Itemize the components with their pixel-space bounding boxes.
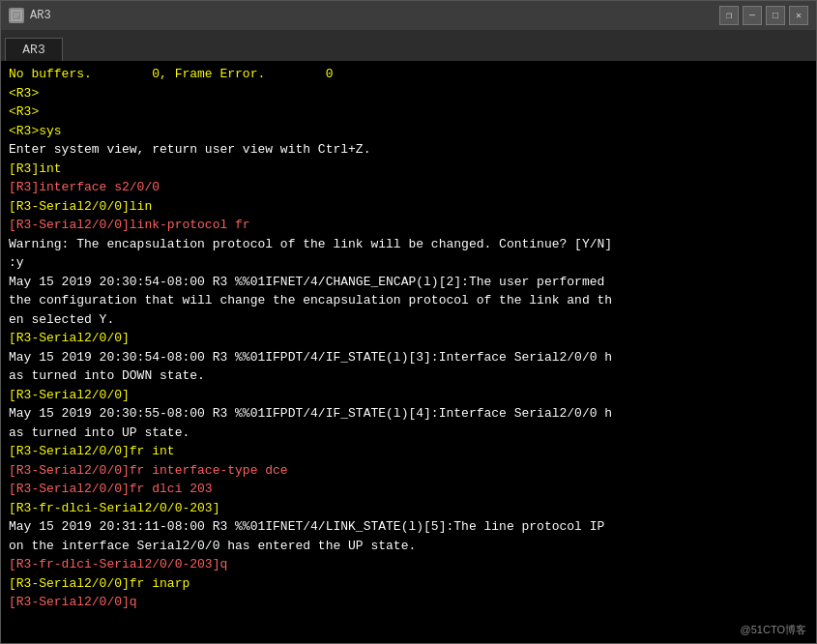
terminal-line: No buffers. 0, Frame Error. 0 — [9, 65, 808, 84]
restore-button[interactable]: ❐ — [719, 6, 739, 25]
terminal-line: [R3-Serial2/0/0]q — [9, 593, 808, 612]
window-frame: AR3 ❐ ─ □ ✕ AR3 No buffers. 0, Frame Err… — [0, 0, 817, 644]
terminal-line: as turned into DOWN state. — [9, 366, 808, 386]
terminal-line: [R3-Serial2/0/0]link-protocol fr — [9, 216, 808, 235]
terminal-line: as turned into UP state. — [9, 424, 808, 443]
terminal-line: <R3> — [9, 84, 808, 103]
terminal-line: en selected Y. — [9, 310, 808, 330]
terminal-line: May 15 2019 20:31:11-08:00 R3 %%01IFNET/… — [9, 517, 808, 537]
terminal-container: No buffers. 0, Frame Error. 0<R3><R3><R3… — [1, 61, 816, 643]
terminal-line: [R3-Serial2/0/0]fr dlci 203 — [9, 480, 808, 499]
app-icon — [9, 8, 24, 23]
terminal-line: Enter system view, return user view with… — [9, 140, 808, 160]
watermark: @51CTO博客 — [741, 623, 806, 637]
terminal-line: May 15 2019 20:30:54-08:00 R3 %%01IFPDT/… — [9, 348, 808, 367]
terminal-line: [R3-Serial2/0/0]lin — [9, 197, 808, 217]
terminal-output[interactable]: No buffers. 0, Frame Error. 0<R3><R3><R3… — [1, 61, 816, 643]
window-title: AR3 — [30, 9, 51, 22]
maximize-button[interactable]: □ — [766, 6, 785, 25]
terminal-line: [R3-Serial2/0/0]fr interface-type dce — [9, 461, 808, 481]
terminal-line: Warning: The encapsulation protocol of t… — [9, 235, 808, 254]
tab-bar: AR3 — [1, 30, 816, 61]
title-bar-controls: ❐ ─ □ ✕ — [719, 6, 808, 25]
terminal-line: [R3-Serial2/0/0] — [9, 386, 808, 405]
terminal-line: [R3]interface s2/0/0 — [9, 178, 808, 197]
terminal-line: the configuration that will change the e… — [9, 291, 808, 310]
terminal-line: :y — [9, 253, 808, 273]
terminal-line: <R3>sys — [9, 122, 808, 141]
terminal-line: May 15 2019 20:30:54-08:00 R3 %%01IFNET/… — [9, 273, 808, 292]
minimize-button[interactable]: ─ — [743, 6, 762, 25]
terminal-line: [R3-fr-dlci-Serial2/0/0-203]q — [9, 555, 808, 574]
terminal-line: [R3-Serial2/0/0]fr int — [9, 442, 808, 461]
close-button[interactable]: ✕ — [789, 6, 808, 25]
terminal-line: [R3-Serial2/0/0] — [9, 329, 808, 348]
title-bar-left: AR3 — [9, 8, 51, 23]
terminal-line: May 15 2019 20:30:55-08:00 R3 %%01IFPDT/… — [9, 404, 808, 424]
tab-ar3[interactable]: AR3 — [5, 38, 63, 61]
terminal-line: on the interface Serial2/0/0 has entered… — [9, 537, 808, 556]
terminal-line: [R3]int — [9, 160, 808, 179]
terminal-line: <R3> — [9, 102, 808, 122]
terminal-line: [R3-fr-dlci-Serial2/0/0-203] — [9, 499, 808, 518]
terminal-line: [R3-Serial2/0/0]fr inarp — [9, 574, 808, 594]
title-bar: AR3 ❐ ─ □ ✕ — [1, 1, 816, 30]
